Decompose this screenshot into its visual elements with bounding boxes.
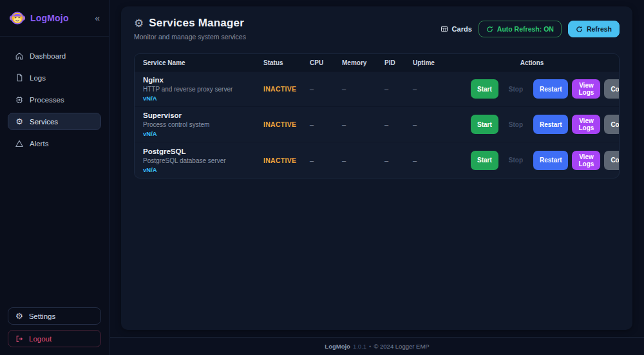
start-button[interactable]: Start bbox=[471, 79, 498, 99]
pid-value: – bbox=[384, 120, 413, 128]
status-badge: INACTIVE bbox=[263, 157, 310, 164]
memory-value: – bbox=[342, 157, 384, 164]
start-button[interactable]: Start bbox=[471, 115, 498, 134]
logout-button[interactable]: Logout bbox=[8, 330, 101, 347]
view-logs-button[interactable]: View Logs bbox=[572, 151, 600, 170]
restart-button[interactable]: Restart bbox=[533, 79, 568, 99]
sidebar-item-label: Services bbox=[30, 118, 58, 126]
gear-icon: ⚙ bbox=[15, 312, 23, 320]
uptime-value: – bbox=[413, 120, 471, 128]
sidebar-item-label: Dashboard bbox=[30, 52, 66, 60]
sidebar: LogMojo « Dashboard Logs Processes ⚙ Ser… bbox=[0, 0, 109, 355]
table-row: Supervisor Process control system vN/A I… bbox=[135, 107, 619, 142]
column-header-status: Status bbox=[263, 59, 310, 66]
gear-icon: ⚙ bbox=[134, 18, 144, 29]
footer-version: 1.0.1 bbox=[353, 343, 366, 350]
page-subtitle: Monitor and manage system services bbox=[134, 33, 246, 41]
sidebar-item-alerts[interactable]: Alerts bbox=[8, 135, 101, 152]
main-area: ⚙ Services Manager Monitor and manage sy… bbox=[110, 0, 644, 355]
sidebar-collapse-button[interactable]: « bbox=[95, 13, 100, 23]
cpu-value: – bbox=[310, 85, 342, 93]
start-button[interactable]: Start bbox=[471, 151, 498, 170]
app-name: LogMojo bbox=[30, 13, 69, 23]
service-description: PostgreSQL database server bbox=[143, 157, 263, 164]
sidebar-header: LogMojo « bbox=[0, 0, 109, 37]
memory-value: – bbox=[342, 85, 384, 93]
service-name: PostgreSQL bbox=[143, 148, 263, 155]
services-manager-panel: ⚙ Services Manager Monitor and manage sy… bbox=[121, 6, 632, 330]
table-icon bbox=[440, 25, 448, 33]
column-header-actions: Actions bbox=[471, 59, 619, 66]
app-logo[interactable]: LogMojo bbox=[9, 10, 95, 26]
sidebar-item-services[interactable]: ⚙ Services bbox=[8, 113, 101, 130]
header-actions: Cards Auto Refresh: ON Refresh bbox=[440, 21, 620, 37]
service-version: vN/A bbox=[143, 95, 263, 102]
actions-cell: Start Stop Restart View Logs Config bbox=[471, 151, 620, 170]
auto-refresh-label: Auto Refresh: ON bbox=[497, 25, 554, 33]
sidebar-item-processes[interactable]: Processes bbox=[8, 91, 101, 108]
settings-button[interactable]: ⚙ Settings bbox=[8, 307, 101, 325]
service-name-cell: Supervisor Process control system vN/A bbox=[135, 111, 263, 137]
sidebar-bottom: ⚙ Settings Logout bbox=[0, 300, 109, 355]
view-logs-button[interactable]: View Logs bbox=[572, 79, 600, 99]
restart-button[interactable]: Restart bbox=[533, 115, 568, 134]
status-badge: INACTIVE bbox=[263, 120, 310, 128]
stop-button[interactable]: Stop bbox=[502, 115, 529, 134]
monkey-logo-icon bbox=[9, 10, 26, 26]
home-icon bbox=[15, 52, 24, 61]
service-name: Nginx bbox=[143, 76, 263, 84]
footer-copyright: © 2024 Logger EMP bbox=[374, 343, 429, 350]
service-description: HTTP and reverse proxy server bbox=[143, 86, 263, 93]
sidebar-item-dashboard[interactable]: Dashboard bbox=[8, 47, 101, 64]
refresh-label: Refresh bbox=[587, 25, 612, 33]
service-name: Supervisor bbox=[143, 111, 263, 119]
settings-label: Settings bbox=[29, 312, 56, 320]
config-button[interactable]: Config bbox=[604, 115, 620, 134]
page-title: Services Manager bbox=[149, 17, 244, 30]
refresh-icon bbox=[486, 26, 493, 33]
service-description: Process control system bbox=[143, 121, 263, 128]
footer-separator: • bbox=[369, 343, 371, 350]
view-logs-button[interactable]: View Logs bbox=[572, 115, 600, 134]
service-version: vN/A bbox=[143, 130, 263, 137]
refresh-icon bbox=[576, 26, 583, 33]
file-icon bbox=[15, 73, 24, 82]
warning-icon bbox=[15, 139, 24, 148]
config-button[interactable]: Config bbox=[604, 151, 620, 170]
sidebar-item-label: Processes bbox=[30, 96, 64, 104]
memory-value: – bbox=[342, 120, 384, 128]
sidebar-item-logs[interactable]: Logs bbox=[8, 69, 101, 86]
column-header-pid: PID bbox=[384, 59, 413, 66]
table-header-row: Service Name Status CPU Memory PID Uptim… bbox=[135, 54, 619, 72]
stop-button[interactable]: Stop bbox=[502, 79, 529, 99]
sidebar-nav: Dashboard Logs Processes ⚙ Services Aler… bbox=[0, 37, 109, 162]
table-row: PostgreSQL PostgreSQL database server vN… bbox=[135, 142, 619, 178]
panel-header: ⚙ Services Manager Monitor and manage sy… bbox=[134, 17, 620, 41]
column-header-service-name: Service Name bbox=[135, 59, 263, 66]
config-button[interactable]: Config bbox=[604, 79, 620, 99]
sidebar-item-label: Alerts bbox=[30, 140, 48, 148]
refresh-button[interactable]: Refresh bbox=[568, 21, 620, 37]
table-row: Nginx HTTP and reverse proxy server vN/A… bbox=[135, 72, 619, 107]
footer: LogMojo 1.0.1 • © 2024 Logger EMP bbox=[110, 337, 644, 355]
service-version: vN/A bbox=[143, 166, 263, 173]
pid-value: – bbox=[384, 157, 413, 164]
cpu-value: – bbox=[310, 120, 342, 128]
column-header-uptime: Uptime bbox=[413, 59, 471, 66]
actions-cell: Start Stop Restart View Logs Config bbox=[471, 115, 620, 134]
auto-refresh-toggle-button[interactable]: Auto Refresh: ON bbox=[478, 21, 562, 37]
cards-view-toggle-button[interactable]: Cards bbox=[440, 25, 472, 33]
title-block: ⚙ Services Manager Monitor and manage sy… bbox=[134, 17, 246, 41]
cpu-value: – bbox=[310, 157, 342, 164]
cards-label: Cards bbox=[452, 25, 472, 33]
actions-cell: Start Stop Restart View Logs Config bbox=[471, 79, 620, 99]
sidebar-item-label: Logs bbox=[30, 74, 46, 82]
status-badge: INACTIVE bbox=[263, 85, 310, 93]
stop-button[interactable]: Stop bbox=[502, 151, 529, 170]
gear-icon: ⚙ bbox=[15, 117, 24, 126]
restart-button[interactable]: Restart bbox=[533, 151, 568, 170]
uptime-value: – bbox=[413, 157, 471, 164]
pid-value: – bbox=[384, 85, 413, 93]
footer-app-name: LogMojo bbox=[325, 343, 350, 350]
logout-icon bbox=[15, 335, 23, 343]
